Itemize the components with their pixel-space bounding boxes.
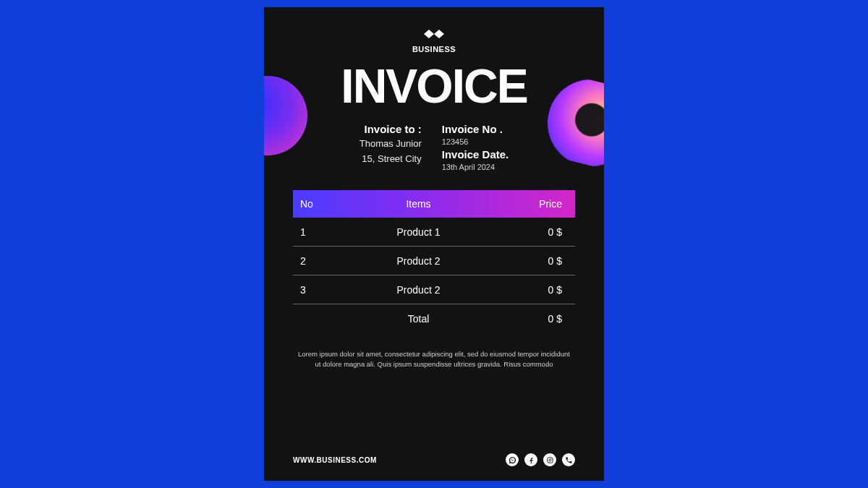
svg-point-1	[549, 459, 551, 461]
page-title: INVOICE	[293, 62, 575, 110]
col-items: Items	[340, 198, 497, 210]
invoice-no-value: 123456	[442, 137, 509, 146]
invoice-info: Invoice to : Thomas Junior 15, Street Ci…	[293, 123, 575, 171]
footer-blurb: Lorem ipsum dolor sit amet, consectetur …	[293, 349, 575, 370]
cell-no: 3	[300, 284, 340, 296]
invoice-date-value: 13th April 2024	[442, 163, 509, 171]
table-total-row: Total 0 $	[293, 304, 575, 333]
bill-to-name: Thomas Junior	[359, 137, 422, 150]
website-url: WWW.BUSINESS.COM	[293, 456, 377, 464]
cell-price: 0 $	[497, 226, 562, 238]
svg-point-2	[551, 458, 552, 458]
total-label: Total	[340, 313, 497, 325]
cell-item: Product 2	[340, 255, 497, 267]
bill-to: Invoice to : Thomas Junior 15, Street Ci…	[359, 123, 422, 171]
phone-icon	[562, 453, 575, 466]
handshake-icon	[422, 30, 446, 43]
cell-item: Product 1	[340, 226, 497, 238]
cell-price: 0 $	[497, 255, 562, 267]
bill-to-address: 15, Street City	[359, 153, 422, 166]
cell-no: 2	[300, 255, 340, 267]
cell-item: Product 2	[340, 284, 497, 296]
invoice-date-label: Invoice Date.	[442, 148, 509, 160]
line-items-table: No Items Price 1 Product 1 0 $ 2 Product…	[293, 190, 575, 333]
invoice-no-label: Invoice No .	[442, 123, 509, 135]
logo-text: BUSINESS	[293, 45, 575, 53]
table-row: 1 Product 1 0 $	[293, 218, 575, 247]
cell-no: 1	[300, 226, 340, 238]
social-icons	[506, 453, 575, 466]
instagram-icon	[543, 453, 556, 466]
total-value: 0 $	[497, 313, 562, 325]
facebook-icon	[524, 453, 537, 466]
whatsapp-icon	[506, 453, 519, 466]
invoice-document: BUSINESS INVOICE Invoice to : Thomas Jun…	[264, 7, 604, 481]
logo: BUSINESS	[293, 27, 575, 53]
table-row: 3 Product 2 0 $	[293, 275, 575, 304]
table-header: No Items Price	[293, 190, 575, 218]
table-row: 2 Product 2 0 $	[293, 247, 575, 275]
bill-to-label: Invoice to :	[359, 123, 422, 135]
cell-price: 0 $	[497, 284, 562, 296]
footer: WWW.BUSINESS.COM	[293, 453, 575, 466]
col-price: Price	[497, 198, 562, 210]
col-no: No	[300, 198, 340, 210]
invoice-meta: Invoice No . 123456 Invoice Date. 13th A…	[442, 123, 509, 171]
